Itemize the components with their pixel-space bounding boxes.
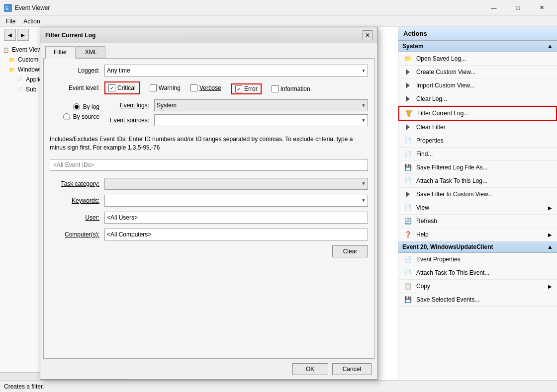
computer-input[interactable]: <All Computers> <box>104 229 368 240</box>
action-open-saved-log[interactable]: 📁 Open Saved Log... <box>398 52 557 66</box>
tab-xml[interactable]: XML <box>77 46 106 58</box>
action-view[interactable]: 📄 View ▶ <box>398 201 557 215</box>
find-icon: 📄 <box>403 150 412 158</box>
action-attach-task-log[interactable]: 📄 Attach a Task To this Log... <box>398 174 557 188</box>
checkbox-information-label: Information <box>280 85 310 92</box>
clear-button-container: Clear <box>50 245 368 257</box>
radio-by-log[interactable]: By log <box>73 103 99 110</box>
event-sources-dropdown-arrow: ▼ <box>362 118 366 123</box>
logged-label: Logged: <box>50 67 104 74</box>
back-button[interactable]: ◀ <box>4 29 16 41</box>
radio-by-source[interactable]: By source <box>63 113 99 120</box>
actions-section-event-label: Event 20, WindowsUpdateClient <box>402 243 493 250</box>
action-clear-filter-label: Clear Filter <box>416 124 446 131</box>
app-icon: E <box>4 4 12 12</box>
action-properties[interactable]: 📄 Properties <box>398 134 557 148</box>
minimize-button[interactable]: — <box>482 1 505 15</box>
svg-marker-2 <box>406 69 410 75</box>
properties-icon: 📄 <box>403 136 412 145</box>
logged-dropdown[interactable]: Any time ▼ <box>104 65 368 77</box>
action-save-filtered-log[interactable]: 💾 Save Filtered Log File As... <box>398 161 557 174</box>
user-input[interactable]: <All Users> <box>104 212 368 224</box>
action-refresh-label: Refresh <box>416 218 437 225</box>
log-source-section: By log By source Event logs: System ▼ <box>50 99 368 131</box>
checkbox-verbose-label: Verbose <box>199 84 221 91</box>
keywords-row: Keywords: ▼ <box>50 195 368 207</box>
checkbox-error-box <box>235 85 242 92</box>
window-controls: — □ ✕ <box>482 1 553 15</box>
checkbox-information-box <box>272 85 278 92</box>
checkbox-warning-box <box>150 84 157 91</box>
actions-section-event[interactable]: Event 20, WindowsUpdateClient ▲ <box>398 241 557 253</box>
action-properties-label: Properties <box>416 137 444 144</box>
checkbox-critical-box <box>108 84 115 91</box>
log-source-fields: Event logs: System ▼ Event sources: ▼ <box>104 99 368 131</box>
radio-by-log-label: By log <box>83 103 99 110</box>
ok-button[interactable]: OK <box>292 363 328 375</box>
action-find[interactable]: 📄 Find... <box>398 148 557 161</box>
action-filter-current-log[interactable]: Filter Current Log... <box>398 106 557 121</box>
checkbox-warning-label: Warning <box>159 84 181 91</box>
import-custom-view-icon <box>403 81 412 90</box>
menu-action[interactable]: Action <box>19 17 44 26</box>
action-attach-task-event-label: Attach Task To This Event... <box>416 269 489 276</box>
action-attach-task-log-label: Attach a Task To this Log... <box>416 177 487 184</box>
dialog-close-button[interactable]: ✕ <box>363 30 372 40</box>
status-bar: Creates a filter. <box>0 380 557 392</box>
checkbox-verbose-box <box>190 84 197 91</box>
close-button[interactable]: ✕ <box>530 1 553 15</box>
action-help[interactable]: ❓ Help ▶ <box>398 228 557 241</box>
title-bar: E Event Viewer — □ ✕ <box>0 0 557 16</box>
attach-task-event-icon: 📄 <box>403 268 412 277</box>
create-custom-view-icon <box>403 68 412 77</box>
action-event-properties[interactable]: 📄 Event Properties <box>398 253 557 266</box>
save-filter-custom-view-icon <box>403 190 412 199</box>
action-save-filter-custom-view[interactable]: Save Filter to Custom View... <box>398 188 557 201</box>
action-clear-filter[interactable]: Clear Filter <box>398 121 557 134</box>
save-filtered-log-icon: 💾 <box>403 163 412 172</box>
computer-label: Computer(s): <box>50 231 104 238</box>
event-ids-input[interactable] <box>50 159 368 171</box>
action-save-selected-events[interactable]: 💾 Save Selected Events... <box>398 293 557 307</box>
event-logs-value: System <box>157 102 177 109</box>
event-sources-dropdown[interactable]: ▼ <box>154 114 368 126</box>
checkbox-error[interactable]: Error <box>231 83 262 94</box>
maximize-button[interactable]: □ <box>506 1 529 15</box>
svg-marker-3 <box>406 82 410 88</box>
action-open-saved-log-label: Open Saved Log... <box>416 55 466 62</box>
keywords-dropdown[interactable]: ▼ <box>104 195 368 207</box>
action-copy[interactable]: 📋 Copy ▶ <box>398 280 557 293</box>
menu-file[interactable]: File <box>2 17 19 26</box>
event-level-checkboxes: Critical Warning Verbose Error <box>104 81 310 94</box>
checkbox-verbose[interactable]: Verbose <box>190 81 221 94</box>
action-clear-log[interactable]: Clear Log... <box>398 92 557 106</box>
checkbox-warning[interactable]: Warning <box>150 81 181 94</box>
checkbox-critical[interactable]: Critical <box>104 81 140 94</box>
task-category-dropdown-arrow: ▼ <box>362 181 366 186</box>
checkbox-information[interactable]: Information <box>272 83 310 94</box>
action-save-filter-custom-view-label: Save Filter to Custom View... <box>416 191 493 198</box>
logged-value: Any time <box>107 67 130 74</box>
clear-button[interactable]: Clear <box>332 245 368 257</box>
action-create-custom-view[interactable]: Create Custom View... <box>398 66 557 79</box>
action-filter-current-log-label: Filter Current Log... <box>417 110 468 117</box>
task-category-label: Task category: <box>50 180 104 187</box>
forward-button[interactable]: ▶ <box>17 29 29 41</box>
task-category-dropdown[interactable]: ▼ <box>104 178 368 190</box>
tab-filter[interactable]: Filter <box>45 46 76 59</box>
tree-icon-application: 📄 <box>16 76 24 83</box>
svg-marker-5 <box>406 111 412 116</box>
action-import-custom-view[interactable]: Import Custom View... <box>398 79 557 92</box>
radio-by-source-label: By source <box>73 113 99 120</box>
dialog-title-bar: Filter Current Log ✕ <box>40 27 377 43</box>
cancel-button[interactable]: Cancel <box>332 363 371 375</box>
copy-icon: 📋 <box>403 282 412 291</box>
action-refresh[interactable]: 🔄 Refresh <box>398 215 557 228</box>
window-title: Event Viewer <box>15 4 482 11</box>
actions-panel: Actions System ▲ 📁 Open Saved Log... Cre… <box>398 27 557 380</box>
event-logs-dropdown[interactable]: System ▼ <box>154 99 368 111</box>
actions-section-system[interactable]: System ▲ <box>398 41 557 52</box>
filter-dialog: Filter Current Log ✕ Filter XML Logged: … <box>40 27 378 380</box>
checkbox-critical-label: Critical <box>117 84 136 91</box>
action-attach-task-event[interactable]: 📄 Attach Task To This Event... <box>398 266 557 280</box>
